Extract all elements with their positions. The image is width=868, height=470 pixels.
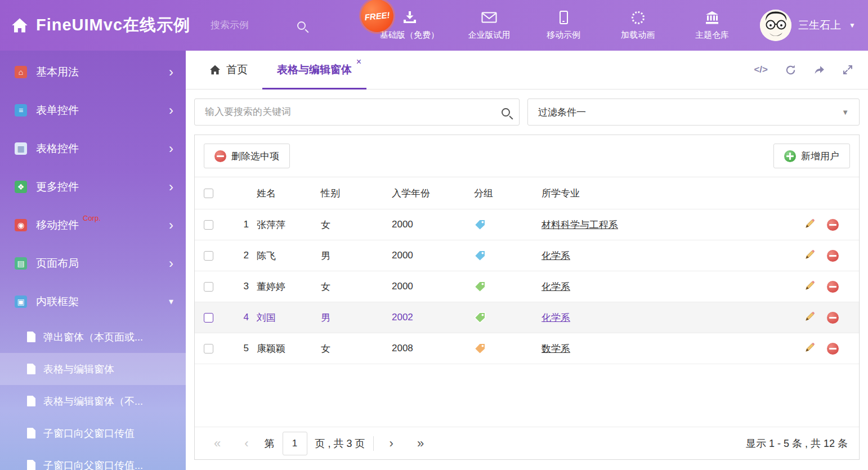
major-link[interactable]: 化学系: [542, 281, 570, 292]
search-icon[interactable]: [502, 108, 510, 117]
edit-icon[interactable]: [804, 342, 816, 356]
header-search-input[interactable]: [209, 19, 283, 32]
row-checkbox[interactable]: [204, 344, 213, 353]
search-icon[interactable]: [297, 21, 306, 30]
tab-tools: </>: [754, 51, 868, 89]
user-menu[interactable]: 三生石上 ▼: [760, 10, 856, 41]
sidebar-subitem-child-to-parent[interactable]: 子窗口向父窗口传值: [0, 417, 186, 449]
sidebar-subitem-child-to-parent-alt[interactable]: 子窗口向父窗口传值...: [0, 449, 186, 470]
tab-grid-edit-window[interactable]: 表格与编辑窗体 ×: [262, 51, 366, 89]
edit-icon[interactable]: [804, 311, 816, 325]
app-title: FineUIMvc在线示例: [36, 14, 190, 37]
sidebar-item-more-controls[interactable]: ❖ 更多控件 ›: [0, 168, 186, 206]
share-icon[interactable]: [813, 64, 825, 76]
sidebar-item-mobile-controls[interactable]: ◉ 移动控件 Corp. ›: [0, 206, 186, 244]
row-checkbox[interactable]: [204, 282, 213, 292]
sidebar-subitem-label: 表格与编辑窗体: [43, 362, 114, 376]
chevron-down-icon: ▾: [169, 297, 173, 306]
envelope-icon: [481, 10, 497, 25]
prev-page-button[interactable]: ‹: [236, 436, 256, 451]
next-page-button[interactable]: ›: [382, 436, 401, 451]
sidebar-item-form-controls[interactable]: ≡ 表单控件 ›: [0, 91, 186, 129]
sidebar: ⌂ 基本用法 › ≡ 表单控件 › ▦ 表格控件 › ❖ 更多控件 › ◉ 移动…: [0, 51, 186, 470]
last-page-button[interactable]: »: [409, 436, 432, 451]
sidebar-subitem-grid-edit-window[interactable]: 表格与编辑窗体: [0, 353, 186, 385]
sidebar-item-basic-usage[interactable]: ⌂ 基本用法 ›: [0, 53, 186, 91]
table-row[interactable]: 5 康颖颖 女 2008 数学系: [195, 333, 859, 364]
cell-name: 康颖颖: [252, 342, 321, 355]
add-user-button[interactable]: 新增用户: [773, 144, 850, 168]
close-icon[interactable]: ×: [356, 57, 361, 67]
nav-item-mobile-demo[interactable]: 移动示例: [539, 10, 588, 41]
chevron-right-icon: ›: [169, 142, 173, 155]
delete-icon[interactable]: [827, 281, 839, 293]
download-icon: [402, 10, 417, 25]
delete-selected-label: 删除选中项: [231, 150, 279, 163]
plus-circle-icon: [784, 150, 796, 162]
layout-icon: ▤: [15, 257, 27, 270]
table-row[interactable]: 3 董婷婷 女 2000 化学系: [195, 271, 859, 302]
tab-label: 首页: [226, 62, 248, 77]
refresh-icon[interactable]: [785, 64, 797, 76]
expand-icon[interactable]: [842, 64, 853, 75]
table-row-selected[interactable]: 4 刘国 男 2002 化学系: [195, 302, 859, 333]
major-link[interactable]: 化学系: [542, 312, 570, 323]
grid-toolbar: 删除选中项 新增用户: [195, 135, 859, 177]
edit-icon[interactable]: [804, 280, 816, 294]
tab-label: 表格与编辑窗体: [277, 62, 352, 77]
tag-icon: [474, 280, 486, 293]
row-checkbox[interactable]: [204, 220, 213, 230]
table-row[interactable]: 2 陈飞 男 2000 化学系: [195, 240, 859, 271]
edit-icon[interactable]: [804, 249, 816, 263]
header-search: [209, 19, 306, 32]
page-suffix: 页 , 共 3 页: [315, 437, 365, 450]
major-link[interactable]: 材料科学与工程系: [542, 220, 618, 230]
edit-icon[interactable]: [804, 218, 816, 232]
sidebar-item-label: 页面布局: [36, 256, 79, 271]
row-checkbox[interactable]: [204, 313, 213, 323]
main-content: 首页 表格与编辑窗体 × </> 过滤条件一 ▼: [186, 51, 868, 470]
grid-panel: 删除选中项 新增用户 姓名 性别 入学年份 分组 所学专业 1 张萍萍 女 20…: [194, 135, 860, 460]
sidebar-subitem-popup-window[interactable]: 弹出窗体（本页面或...: [0, 321, 186, 353]
major-link[interactable]: 化学系: [542, 250, 570, 261]
chevron-down-icon: ▼: [849, 21, 856, 29]
delete-icon[interactable]: [827, 312, 839, 324]
sidebar-item-iframe[interactable]: ▣ 内联框架 ▾: [0, 283, 186, 321]
chevron-right-icon: ›: [169, 218, 173, 232]
delete-icon[interactable]: [827, 219, 839, 231]
cell-name: 刘国: [252, 311, 321, 324]
tab-home[interactable]: 首页: [195, 51, 262, 89]
nav-item-enterprise-trial[interactable]: 企业版试用: [465, 10, 513, 41]
code-icon[interactable]: </>: [754, 64, 768, 75]
chevron-down-icon: ▼: [842, 108, 849, 117]
bank-icon: [705, 10, 719, 25]
sidebar-item-grid-controls[interactable]: ▦ 表格控件 ›: [0, 129, 186, 168]
row-number: 4: [226, 312, 252, 323]
table-empty-space: [195, 364, 859, 427]
cell-year: 2000: [392, 281, 474, 292]
minus-circle-icon: [214, 150, 226, 162]
table-search-input[interactable]: [204, 106, 502, 118]
sidebar-subitem-grid-edit-window-alt[interactable]: 表格与编辑窗体（不...: [0, 385, 186, 417]
form-icon: ≡: [15, 104, 27, 117]
cell-name: 董婷婷: [252, 280, 321, 293]
file-icon: [27, 396, 35, 406]
delete-selected-button[interactable]: 删除选中项: [204, 144, 290, 168]
sidebar-item-page-layout[interactable]: ▤ 页面布局 ›: [0, 244, 186, 283]
nav-item-loading-animation[interactable]: 加载动画: [614, 10, 662, 41]
cell-year: 2008: [392, 343, 474, 354]
sidebar-item-label: 更多控件: [36, 180, 79, 194]
nav-item-basic-free[interactable]: FREE! 基础版（免费）: [380, 10, 439, 41]
table-row[interactable]: 1 张萍萍 女 2000 材料科学与工程系: [195, 209, 859, 240]
filter-dropdown[interactable]: 过滤条件一 ▼: [527, 99, 860, 126]
major-link[interactable]: 数学系: [542, 343, 570, 354]
cell-gender: 女: [321, 218, 392, 231]
row-checkbox[interactable]: [204, 251, 213, 261]
page-number-input[interactable]: 1: [283, 432, 307, 455]
first-page-button[interactable]: «: [206, 436, 229, 451]
delete-icon[interactable]: [827, 250, 839, 262]
select-all-checkbox[interactable]: [204, 189, 213, 198]
cell-gender: 男: [321, 249, 392, 262]
delete-icon[interactable]: [827, 343, 839, 355]
nav-item-theme-repo[interactable]: 主题仓库: [688, 10, 736, 41]
